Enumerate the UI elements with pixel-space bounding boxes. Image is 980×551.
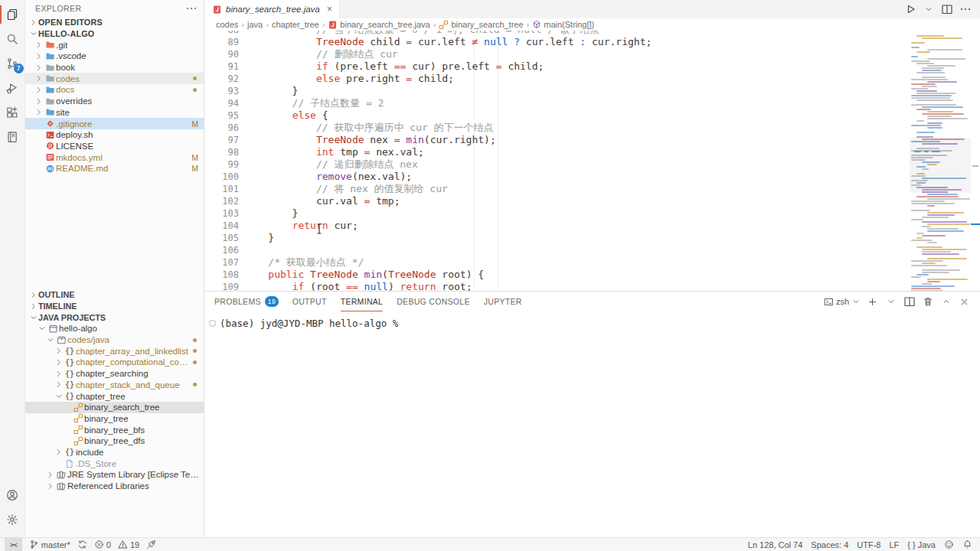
breadcrumb-item-binary_search_tree[interactable]: binary_search_tree <box>439 20 523 30</box>
line-number[interactable]: 98 <box>205 146 239 158</box>
terminal-shell-picker[interactable]: zsh <box>824 297 861 307</box>
activity-account-icon[interactable] <box>0 485 25 505</box>
status-git-branch[interactable]: master* <box>29 540 70 549</box>
activity-explorer-icon[interactable] <box>0 5 25 24</box>
line-number[interactable]: 89 <box>205 36 239 48</box>
java-item-binary_search_tree[interactable]: binary_search_tree <box>25 402 204 413</box>
run-button[interactable] <box>903 2 917 16</box>
java-item-binary_tree[interactable]: binary_tree <box>25 413 204 425</box>
breadcrumb-item-codes[interactable]: codes <box>216 20 238 29</box>
explorer-item-.git[interactable]: .git <box>25 39 204 51</box>
java-item-binary_tree_dfs[interactable]: binary_tree_dfs <box>25 435 204 447</box>
activity-source-control-icon[interactable]: 7 <box>0 54 25 73</box>
status-warnings[interactable]: 19 <box>118 540 139 549</box>
activity-search-icon[interactable] <box>0 29 25 49</box>
breadcrumb-item-main-String-[interactable]: main(String[]) <box>532 20 594 29</box>
timeline-section[interactable]: TIMELINE <box>25 301 204 312</box>
line-number[interactable]: 101 <box>205 183 239 195</box>
java-item-Referenced-Libraries[interactable]: Referenced Libraries <box>25 481 204 492</box>
maximize-panel-button[interactable] <box>939 295 952 308</box>
code-line-107[interactable]: 107 /* 获取最小结点 */ <box>205 256 910 269</box>
line-number[interactable]: 99 <box>205 158 239 171</box>
java-item-JRE-System-Library-Eclipse-Temurin-17-17...[interactable]: JRE System Library [Eclipse Temurin 17 [… <box>25 469 204 481</box>
explorer-item-site[interactable]: site <box>25 107 204 119</box>
java-item-chapter_searching[interactable]: {}chapter_searching <box>25 368 204 380</box>
terminal-dropdown-chevron-icon[interactable] <box>884 295 897 308</box>
code-line-95[interactable]: 95 else { <box>205 109 910 122</box>
code-line-93[interactable]: 93 } <box>205 85 910 97</box>
status-sync-changes[interactable] <box>77 540 87 549</box>
explorer-item-.vscode[interactable]: .vscode <box>25 51 204 62</box>
overview-ruler[interactable] <box>971 31 980 291</box>
line-number[interactable]: 105 <box>205 232 239 244</box>
code-line-97[interactable]: 97 TreeNode nex = min(cur.right); <box>205 134 910 146</box>
panel-tab-problems[interactable]: PROBLEMS19 <box>214 292 279 311</box>
close-panel-button[interactable] <box>958 295 971 308</box>
line-number[interactable]: 96 <box>205 122 239 134</box>
code-line-108[interactable]: 108 public TreeNode min(TreeNode root) { <box>205 269 910 281</box>
code-line-104[interactable]: 104 return cur; <box>205 220 910 232</box>
line-number[interactable]: 91 <box>205 60 239 73</box>
explorer-item-.gitignore[interactable]: .gitignoreM <box>25 118 204 129</box>
kill-terminal-button[interactable] <box>921 295 934 308</box>
java-item-codes-java[interactable]: codes/java <box>25 334 204 346</box>
code-line-102[interactable]: 102 cur.val = tmp; <box>205 195 910 207</box>
code-line-90[interactable]: 90 // 删除结点 cur <box>205 48 910 60</box>
more-actions-icon[interactable] <box>185 2 198 15</box>
explorer-item-docs[interactable]: docs <box>25 84 204 96</box>
line-number[interactable]: 108 <box>205 269 239 281</box>
line-number[interactable]: 107 <box>205 256 239 269</box>
line-number[interactable]: 102 <box>205 195 239 207</box>
code-line-98[interactable]: 98 int tmp = nex.val; <box>205 146 910 158</box>
java-item-chapter_tree[interactable]: {}chapter_tree <box>25 390 204 402</box>
status-encoding[interactable]: UTF-8 <box>857 540 880 549</box>
status-notifications[interactable] <box>962 540 972 549</box>
status-feedback[interactable] <box>944 540 954 549</box>
code-line-100[interactable]: 100 remove(nex.val); <box>205 171 910 183</box>
panel-tab-terminal[interactable]: TERMINAL <box>341 292 384 311</box>
line-number[interactable]: 93 <box>205 85 239 97</box>
line-number[interactable]: 90 <box>205 48 239 60</box>
line-number[interactable]: 106 <box>205 244 239 256</box>
terminal-content[interactable]: (base) jyd@JYD-MBP hello-algo % <box>204 311 980 537</box>
minimap-slider[interactable] <box>910 138 971 193</box>
code-line-91[interactable]: 91 if (pre.left == cur) pre.left = child… <box>205 60 910 73</box>
line-number[interactable]: 94 <box>205 97 239 109</box>
breadcrumb-item-binary_search_tree.java[interactable]: binary_search_tree.java <box>328 20 430 30</box>
code-editor[interactable]: 88 // 当子结点数量 = 0 / 1 时, child = null / 该… <box>205 31 980 291</box>
explorer-item-mkdocs.yml[interactable]: mkdocs.ymlM <box>25 152 204 163</box>
activity-extensions-icon[interactable] <box>0 103 25 122</box>
explorer-item-deploy.sh[interactable]: deploy.sh <box>25 129 204 141</box>
explorer-item-codes[interactable]: codes <box>25 73 204 84</box>
status-indentation[interactable]: Spaces: 4 <box>811 540 848 549</box>
breadcrumb-item-java[interactable]: java <box>247 20 263 29</box>
code-line-105[interactable]: 105 } <box>205 232 910 244</box>
open-editors-section[interactable]: OPEN EDITORS <box>25 17 204 28</box>
line-number[interactable]: 104 <box>205 220 239 232</box>
line-number[interactable]: 103 <box>205 207 239 220</box>
code-line-88[interactable]: 88 // 当子结点数量 = 0 / 1 时, child = null / 该… <box>205 31 910 36</box>
java-item-hello-algo[interactable]: hello-algo <box>25 323 204 334</box>
code-line-99[interactable]: 99 // 递归删除结点 nex <box>205 158 910 171</box>
java-projects-section[interactable]: JAVA PROJECTS <box>25 311 204 323</box>
status-language-mode[interactable]: { } Java <box>907 540 936 549</box>
explorer-item-LICENSE[interactable]: LICENSE <box>25 141 204 152</box>
root-folder-hello-algo[interactable]: HELLO-ALGO <box>25 28 204 40</box>
breadcrumb-item-chapter_tree[interactable]: chapter_tree <box>272 20 319 29</box>
java-item-chapter_computational_complexity[interactable]: {}chapter_computational_complexity <box>25 357 204 368</box>
split-editor-button[interactable] <box>940 2 954 16</box>
minimap[interactable] <box>910 31 971 291</box>
code-line-101[interactable]: 101 // 将 nex 的值复制给 cur <box>205 183 910 195</box>
explorer-item-README.md[interactable]: README.mdM <box>25 163 204 174</box>
code-line-89[interactable]: 89 TreeNode child = cur.left ≠ null ? cu… <box>205 36 910 48</box>
status-remote-indicator[interactable]: >< <box>5 538 22 551</box>
code-line-103[interactable]: 103 } <box>205 207 910 220</box>
java-item-.DS_Store[interactable]: .DS_Store <box>25 458 204 469</box>
close-tab-icon[interactable]: × <box>327 4 332 15</box>
new-terminal-button[interactable] <box>866 295 879 308</box>
code-line-94[interactable]: 94 // 子结点数量 = 2 <box>205 97 910 109</box>
line-number[interactable]: 109 <box>205 281 239 291</box>
run-dropdown-chevron-icon[interactable] <box>922 2 936 16</box>
split-terminal-button[interactable] <box>903 295 916 308</box>
activity-run-debug-icon[interactable] <box>0 78 25 98</box>
